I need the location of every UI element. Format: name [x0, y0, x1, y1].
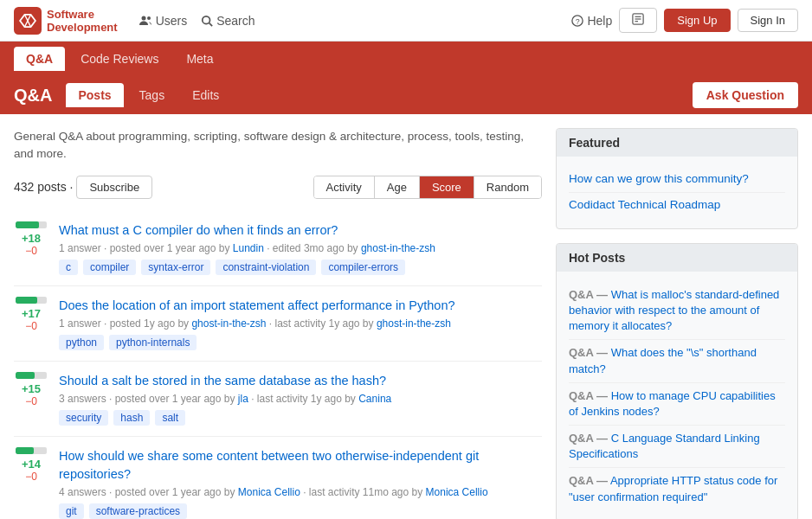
question-title[interactable]: Should a salt be stored in the same data…: [59, 372, 542, 389]
svg-point-3: [203, 16, 210, 23]
question-meta: 4 answers · posted over 1 year ago by Mo…: [59, 486, 542, 498]
signup-button[interactable]: Sign Up: [664, 9, 730, 32]
question-edit-author[interactable]: ghost-in-the-zsh: [361, 242, 435, 254]
subscribe-button[interactable]: Subscribe: [76, 176, 152, 199]
hot-post-prefix: Q&A —: [569, 288, 608, 301]
vote-area: +15 −0: [14, 372, 48, 407]
hot-post-item: Q&A — What is malloc's standard-defined …: [569, 282, 785, 341]
question-tags: ccompilersyntax-errorconstraint-violatio…: [59, 260, 542, 275]
question-tag[interactable]: python: [59, 335, 104, 350]
question-item: +15 −0 Should a salt be stored in the sa…: [14, 362, 542, 437]
question-tag[interactable]: hash: [113, 410, 150, 426]
site-name-line2: Development: [47, 21, 118, 34]
sub-nav-item-posts[interactable]: Posts: [66, 83, 123, 107]
site-name-line1: Software: [47, 8, 118, 21]
question-body: How should we share some content between…: [59, 447, 542, 519]
cat-nav-item-meta[interactable]: Meta: [174, 47, 225, 71]
question-title[interactable]: What must a C compiler do when it finds …: [59, 221, 542, 239]
vote-bar: [16, 372, 47, 379]
question-author[interactable]: Lundin: [233, 242, 264, 254]
question-item: +18 −0 What must a C compiler do when it…: [14, 211, 542, 286]
sub-nav-item-tags[interactable]: Tags: [127, 83, 177, 107]
question-tag[interactable]: python-internals: [109, 335, 197, 350]
filter-score[interactable]: Score: [420, 176, 474, 198]
question-tag[interactable]: syntax-error: [141, 260, 210, 275]
question-tag[interactable]: security: [59, 410, 108, 426]
vote-negative: −0: [25, 471, 37, 483]
vote-negative: −0: [25, 320, 37, 332]
users-nav-link[interactable]: Users: [139, 14, 188, 28]
question-body: Does the location of an import statement…: [59, 297, 542, 350]
cat-nav-item-q&a[interactable]: Q&A: [14, 47, 65, 71]
svg-point-1: [141, 16, 145, 20]
vote-score: +14: [22, 458, 41, 471]
vote-score: +17: [22, 307, 41, 320]
question-tag[interactable]: constraint-violation: [216, 260, 316, 275]
site-logo[interactable]: Software Development: [14, 7, 118, 35]
featured-link[interactable]: Codidact Technical Roadmap: [569, 193, 785, 218]
vote-area: +14 −0: [14, 447, 48, 483]
question-item: +14 −0 How should we share some content …: [14, 437, 542, 519]
hot-posts-card: Hot Posts Q&A — What is malloc's standar…: [556, 243, 798, 519]
filter-buttons: Activity Age Score Random: [313, 176, 542, 199]
hot-post-prefix: Q&A —: [569, 389, 608, 402]
vote-bar: [16, 297, 47, 304]
signin-button[interactable]: Sign In: [738, 9, 798, 32]
question-author[interactable]: Monica Cellio: [238, 486, 300, 498]
question-tag[interactable]: software-practices: [89, 503, 187, 519]
question-body: What must a C compiler do when it finds …: [59, 221, 542, 275]
hot-post-prefix: Q&A —: [569, 346, 608, 359]
question-last-author[interactable]: ghost-in-the-zsh: [377, 317, 451, 330]
hot-post-item: Q&A — C Language Standard Linking Specif…: [569, 426, 785, 468]
notifications-button[interactable]: [619, 8, 657, 33]
question-body: Should a salt be stored in the same data…: [59, 372, 542, 426]
sub-nav: Q&A PostsTagsEdits Ask Question: [0, 76, 812, 114]
question-tag[interactable]: salt: [155, 410, 185, 426]
question-tag[interactable]: git: [59, 503, 84, 519]
question-title[interactable]: How should we share some content between…: [59, 447, 542, 483]
sidebar: Featured How can we grow this community?…: [556, 128, 798, 519]
svg-point-2: [147, 16, 151, 20]
hot-post-prefix: Q&A —: [569, 432, 608, 445]
vote-score: +15: [22, 382, 41, 395]
question-title[interactable]: Does the location of an import statement…: [59, 297, 542, 314]
question-meta: 1 answer · posted over 1 year ago by Lun…: [59, 242, 542, 254]
content-area: General Q&A about programming, scripting…: [14, 128, 542, 519]
ask-question-button[interactable]: Ask Question: [693, 82, 798, 108]
filter-random[interactable]: Random: [474, 176, 541, 198]
svg-text:?: ?: [576, 16, 580, 25]
question-tag[interactable]: c: [59, 260, 78, 275]
questions-list: +18 −0 What must a C compiler do when it…: [14, 211, 542, 520]
hot-post-item: Q&A — What does the "\s" shorthand match…: [569, 340, 785, 382]
question-tags: gitsoftware-practices: [59, 503, 542, 519]
featured-links-body: How can we grow this community?Codidact …: [557, 157, 797, 228]
hot-post-item: Q&A — Appropriate HTTP status code for "…: [569, 468, 785, 509]
help-link[interactable]: ? Help: [571, 14, 612, 28]
featured-card: Featured How can we grow this community?…: [556, 128, 798, 229]
question-tags: securityhashsalt: [59, 410, 542, 426]
question-author[interactable]: ghost-in-the-zsh: [191, 317, 266, 330]
cat-nav-item-code-reviews[interactable]: Code Reviews: [68, 47, 171, 71]
question-meta: 1 answer · posted 1y ago by ghost-in-the…: [59, 317, 542, 330]
question-tag[interactable]: compiler-errors: [321, 260, 405, 275]
featured-link[interactable]: How can we grow this community?: [569, 167, 785, 193]
question-item: +17 −0 Does the location of an import st…: [14, 286, 542, 362]
main-container: General Q&A about programming, scripting…: [0, 114, 812, 519]
qa-badge: Q&A: [14, 86, 52, 106]
filter-activity[interactable]: Activity: [314, 176, 375, 198]
filter-age[interactable]: Age: [375, 176, 420, 198]
svg-line-4: [209, 22, 213, 26]
post-count: 432 posts: [14, 180, 67, 194]
hot-post-prefix: Q&A —: [569, 474, 608, 487]
question-author[interactable]: jla: [238, 393, 248, 405]
search-nav-link[interactable]: Search: [201, 14, 255, 28]
question-tag[interactable]: compiler: [83, 260, 136, 275]
featured-header: Featured: [557, 129, 797, 157]
question-meta: 3 answers · posted over 1 year ago by jl…: [59, 393, 542, 405]
question-last-author[interactable]: Monica Cellio: [426, 486, 488, 498]
question-last-author[interactable]: Canina: [358, 393, 391, 405]
sub-nav-item-edits[interactable]: Edits: [180, 83, 231, 107]
category-nav: Q&ACode ReviewsMeta: [0, 42, 812, 76]
hot-post-item: Q&A — How to manage CPU capabilities of …: [569, 383, 785, 426]
question-tags: pythonpython-internals: [59, 335, 542, 350]
